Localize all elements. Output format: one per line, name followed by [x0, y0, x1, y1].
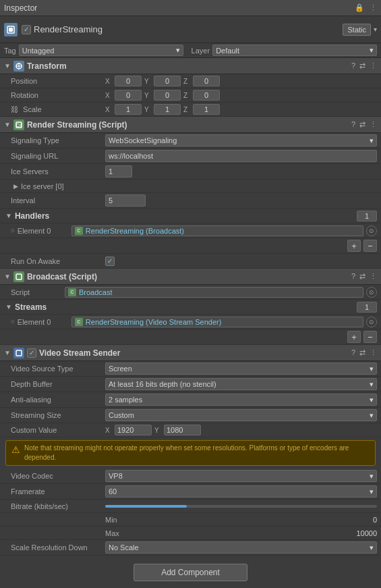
signaling-type-dropdown[interactable]: WebSocketSignaling ▾ — [105, 134, 377, 146]
scale-x-input[interactable] — [115, 104, 142, 115]
rotation-xyz: X Y Z — [105, 90, 377, 101]
video-stream-sender-section-header[interactable]: ▼ ✓ Video Stream Sender ? ⇄ ⋮ — [0, 345, 381, 361]
bitrate-max-text-label: Max — [105, 529, 119, 537]
position-z-label: Z — [183, 78, 192, 85]
handlers-element0-settings[interactable]: ⊙ — [366, 225, 377, 236]
streams-element0-row: ≡ Element 0 C RenderStreaming (Video Str… — [0, 315, 381, 329]
gameobject-icon — [4, 23, 18, 36]
bitrate-slider-container — [105, 502, 377, 510]
framerate-row: Framerate 60 ▾ — [0, 484, 381, 500]
render-streaming-settings-icon[interactable]: ⇄ — [359, 120, 365, 129]
streaming-size-dropdown[interactable]: Custom ▾ — [105, 409, 377, 421]
ice-servers-input[interactable] — [105, 165, 132, 178]
transform-section-header[interactable]: ▼ Transform ? ⇄ ⋮ — [0, 58, 381, 74]
position-x-input[interactable] — [115, 76, 142, 86]
lock-icon[interactable]: 🔒 — [355, 3, 364, 12]
video-codec-row: Video Codec VP8 ▾ — [0, 469, 381, 484]
scale-y-input[interactable] — [154, 104, 181, 115]
streaming-size-arrow: ▾ — [370, 411, 374, 420]
add-component-button[interactable]: Add Component — [134, 564, 247, 581]
interval-input[interactable] — [105, 194, 146, 207]
streams-remove-button[interactable]: − — [363, 331, 377, 343]
position-x-field: X — [105, 76, 142, 86]
position-value: X Y Z — [105, 76, 377, 86]
depth-buffer-row: Depth Buffer At least 16 bits depth (no … — [0, 377, 381, 392]
svg-rect-7 — [16, 274, 22, 279]
transform-title: Transform — [27, 61, 351, 71]
streams-element0-value: C RenderStreaming (Video Stream Sender) — [71, 317, 363, 327]
run-on-awake-checkbox[interactable]: ✓ — [105, 257, 115, 266]
handlers-element0-value: C RenderStreaming (Broadcast) — [71, 225, 363, 236]
broadcast-settings-icon[interactable]: ⇄ — [359, 272, 365, 281]
video-codec-label: Video Codec — [11, 472, 105, 480]
bitrate-max-value-row: Max 10000 — [105, 529, 377, 537]
scale-resolution-dropdown[interactable]: No Scale ▾ — [105, 541, 377, 554]
handlers-element0-script-icon: C — [75, 227, 83, 235]
streams-collapse-arrow[interactable]: ▼ — [5, 303, 12, 311]
static-dropdown-arrow[interactable]: ▾ — [374, 26, 377, 33]
broadcast-help-icon[interactable]: ? — [351, 272, 355, 281]
depth-buffer-dropdown[interactable]: At least 16 bits depth (no stencil) ▾ — [105, 378, 377, 390]
transform-settings-icon[interactable]: ⇄ — [359, 61, 365, 70]
handlers-collapse-arrow[interactable]: ▼ — [5, 212, 12, 219]
layer-dropdown-arrow: ▾ — [370, 46, 374, 55]
broadcast-script-label: Script — [11, 288, 65, 296]
handlers-element0-drag: ≡ — [11, 227, 15, 234]
vss-help-icon[interactable]: ? — [351, 348, 355, 357]
signaling-type-arrow: ▾ — [370, 136, 374, 145]
render-streaming-help-icon[interactable]: ? — [351, 120, 355, 129]
streaming-size-label: Streaming Size — [11, 411, 105, 419]
video-codec-dropdown[interactable]: VP8 ▾ — [105, 470, 377, 482]
gameobject-active-checkbox[interactable]: ✓ — [22, 25, 31, 34]
handlers-count-input[interactable] — [357, 211, 377, 221]
layer-dropdown[interactable]: Default ▾ — [212, 45, 377, 56]
position-z-input[interactable] — [193, 76, 220, 86]
transform-menu-icon[interactable]: ⋮ — [370, 61, 377, 70]
position-y-input[interactable] — [154, 76, 181, 86]
rotation-z-input[interactable] — [193, 90, 220, 101]
streams-element0-settings[interactable]: ⊙ — [366, 317, 377, 327]
rotation-y-input[interactable] — [154, 90, 181, 101]
position-z-field: Z — [183, 76, 220, 86]
svg-text:C#: C# — [16, 123, 22, 128]
framerate-dropdown[interactable]: 60 ▾ — [105, 485, 377, 498]
handlers-remove-button[interactable]: − — [363, 240, 377, 252]
static-button[interactable]: Static — [343, 24, 371, 36]
rotation-x-input[interactable] — [115, 90, 142, 101]
render-streaming-section-header[interactable]: ▼ C# Render Streaming (Script) ? ⇄ ⋮ — [0, 117, 381, 133]
custom-value-xy: X Y — [105, 425, 377, 435]
interval-row: Interval — [0, 193, 381, 209]
broadcast-script-settings[interactable]: ⊙ — [366, 287, 377, 298]
warning-icon: ⚠ — [11, 444, 20, 455]
custom-y-input[interactable] — [164, 425, 201, 435]
ice-server-label: Ice server [0] — [21, 182, 64, 190]
vss-active-checkbox[interactable]: ✓ — [27, 348, 36, 358]
streams-count-input[interactable] — [357, 302, 377, 313]
video-source-type-arrow: ▾ — [370, 365, 374, 373]
streams-add-button[interactable]: + — [347, 331, 361, 343]
handlers-add-remove-row: + − — [0, 238, 381, 254]
bitrate-slider-track[interactable] — [105, 505, 377, 508]
tag-dropdown[interactable]: Untagged ▾ — [19, 45, 183, 56]
custom-x-input[interactable] — [115, 425, 152, 435]
render-streaming-menu-icon[interactable]: ⋮ — [370, 120, 377, 129]
broadcast-menu-icon[interactable]: ⋮ — [370, 272, 377, 281]
signaling-url-input[interactable] — [105, 150, 377, 162]
video-source-type-dropdown[interactable]: Screen ▾ — [105, 363, 377, 375]
custom-value-row: Custom Value X Y — [0, 423, 381, 437]
transform-help-icon[interactable]: ? — [351, 61, 355, 70]
vss-settings-icon[interactable]: ⇄ — [359, 348, 365, 357]
broadcast-section-header[interactable]: ▼ Broadcast (Script) ? ⇄ ⋮ — [0, 269, 381, 285]
bitrate-min-text-label: Min — [105, 516, 117, 524]
menu-icon[interactable]: ⋮ — [370, 3, 377, 12]
warning-box: ⚠ Note that streaming might not operate … — [5, 440, 376, 466]
scale-z-input[interactable] — [193, 104, 220, 115]
ice-server-expand-arrow[interactable]: ▶ — [13, 183, 18, 190]
depth-buffer-label: Depth Buffer — [11, 380, 105, 388]
vss-menu-icon[interactable]: ⋮ — [370, 348, 377, 357]
handlers-add-button[interactable]: + — [347, 240, 361, 252]
ice-servers-row: Ice Servers — [0, 164, 381, 180]
anti-aliasing-dropdown[interactable]: 2 samples ▾ — [105, 394, 377, 406]
svg-rect-8 — [16, 350, 22, 356]
position-y-field: Y — [144, 76, 181, 86]
